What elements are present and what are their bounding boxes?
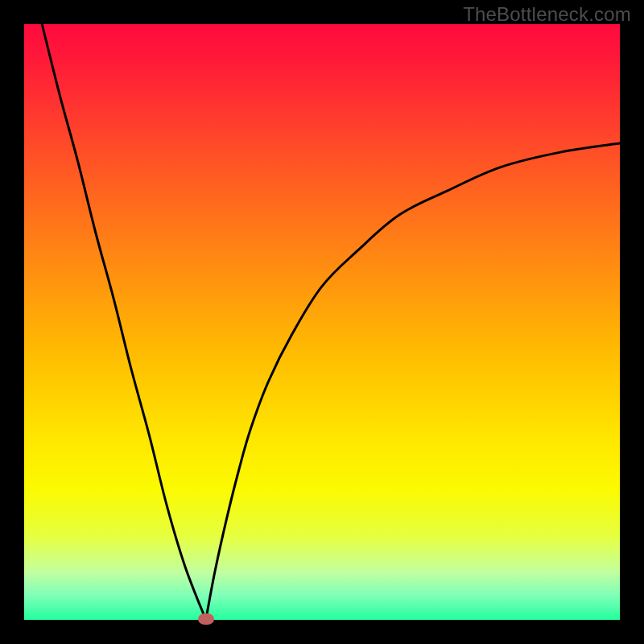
watermark-text: TheBottleneck.com	[463, 3, 631, 26]
plot-area	[24, 24, 620, 620]
minimum-marker	[198, 613, 214, 625]
chart-container: TheBottleneck.com	[0, 0, 644, 644]
bottleneck-curve	[24, 24, 620, 620]
curve-path	[42, 24, 620, 627]
